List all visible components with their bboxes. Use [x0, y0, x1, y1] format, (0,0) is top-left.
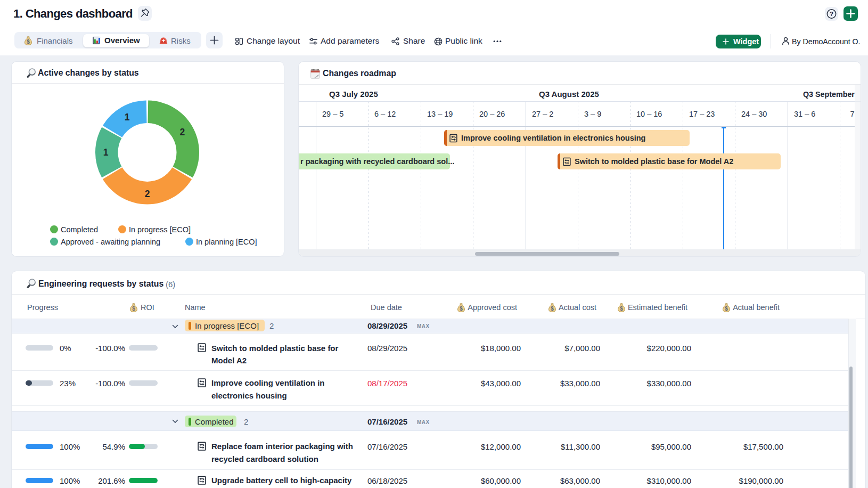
svg-text:2: 2 — [145, 189, 150, 199]
svg-text:?: ? — [830, 11, 833, 17]
svg-text:1: 1 — [103, 147, 109, 158]
svg-text:2: 2 — [179, 127, 185, 137]
svg-text:1: 1 — [125, 112, 130, 123]
